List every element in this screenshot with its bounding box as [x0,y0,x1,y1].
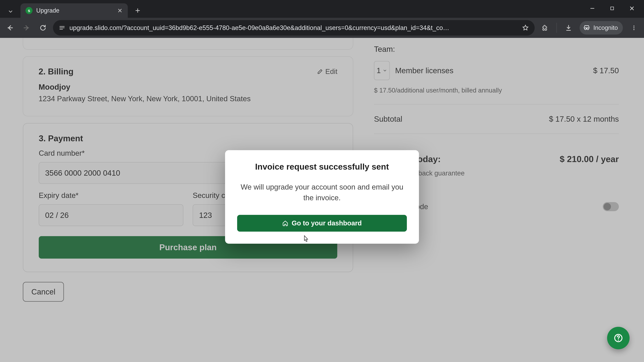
svg-point-1 [634,26,634,27]
tabs-dropdown-button[interactable] [4,5,17,18]
close-icon [117,8,123,13]
window-maximize-button[interactable] [606,2,618,15]
browser-toolbar: upgrade.slido.com/?account_uuid=36bd9b62… [0,18,644,38]
plus-icon [134,7,141,14]
incognito-icon [583,24,590,31]
browser-menu-button[interactable] [628,21,640,34]
modal-body: We will upgrade your account soon and em… [237,182,407,203]
downloads-button[interactable] [562,21,575,34]
tab-title: Upgrade [36,7,59,14]
window-close-button[interactable] [626,2,638,15]
new-tab-button[interactable] [132,4,144,17]
download-icon [565,24,572,31]
svg-point-3 [634,29,634,30]
window-minimize-button[interactable] [586,2,599,15]
kebab-icon [631,25,637,31]
modal-title: Invoice request successfully sent [237,162,407,172]
tab-favicon: s [26,7,32,14]
star-icon [522,24,529,31]
help-fab[interactable] [607,327,630,349]
close-icon [629,5,635,11]
help-icon [614,333,623,343]
incognito-label: Incognito [593,24,618,31]
toolbar-divider [556,23,557,33]
incognito-chip[interactable]: Incognito [580,21,623,34]
svg-point-5 [618,340,619,341]
site-settings-icon[interactable] [59,24,66,31]
arrow-right-icon [23,24,30,31]
browser-tab[interactable]: s Upgrade [20,3,128,18]
go-to-dashboard-button[interactable]: Go to your dashboard [237,215,407,232]
nav-reload-button[interactable] [36,21,49,34]
puzzle-icon [541,24,548,31]
tab-close-button[interactable] [117,8,123,13]
chevron-down-icon [8,9,14,14]
omnibox-url: upgrade.slido.com/?account_uuid=36bd9b62… [70,24,518,31]
svg-point-2 [634,27,634,28]
nav-forward-button[interactable] [20,21,33,34]
cursor-icon [302,235,310,244]
page-viewport: 2. Billing Edit Moodjoy 1234 Parkway Str… [0,38,644,362]
home-icon [282,220,288,226]
reload-icon [40,24,46,31]
invoice-sent-modal: Invoice request successfully sent We wil… [225,150,419,244]
nav-back-button[interactable] [4,21,16,34]
go-to-dashboard-label: Go to your dashboard [292,219,362,227]
svg-rect-0 [611,7,614,10]
arrow-left-icon [6,24,14,31]
maximize-icon [610,6,615,11]
minimize-icon [590,5,595,11]
extensions-button[interactable] [538,21,551,34]
bookmark-button[interactable] [522,24,529,31]
browser-tab-strip: s Upgrade [0,0,644,18]
omnibox[interactable]: upgrade.slido.com/?account_uuid=36bd9b62… [53,20,535,35]
